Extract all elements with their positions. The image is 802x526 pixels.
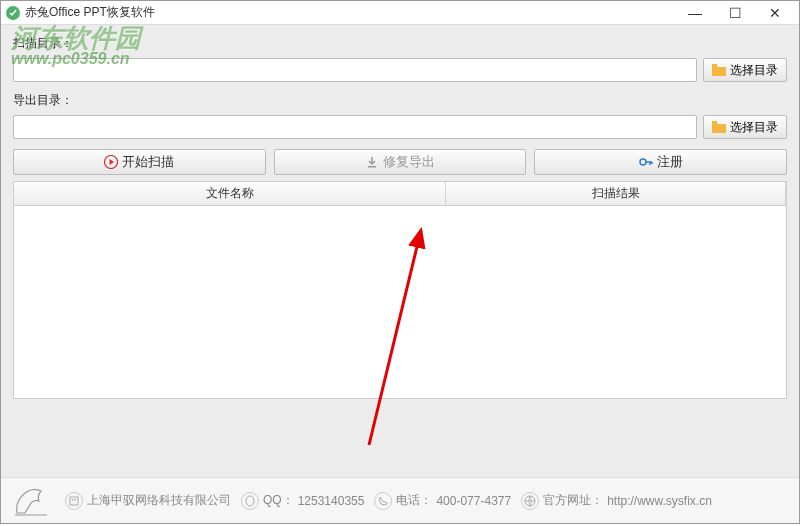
folder-icon [712, 121, 726, 133]
register-label: 注册 [657, 153, 683, 171]
phone-icon [374, 492, 392, 510]
export-dir-input[interactable] [13, 115, 697, 139]
tel-label: 电话： [396, 492, 432, 509]
col-filename[interactable]: 文件名称 [14, 182, 446, 205]
svg-rect-8 [72, 499, 74, 501]
qq-label: QQ： [263, 492, 294, 509]
repair-export-label: 修复导出 [383, 153, 435, 171]
company-name: 上海甲驭网络科技有限公司 [87, 492, 231, 509]
col-result[interactable]: 扫描结果 [446, 182, 786, 205]
window-title: 赤兔Office PPT恢复软件 [25, 4, 675, 21]
svg-rect-9 [75, 499, 77, 501]
app-icon [5, 5, 21, 21]
scan-dir-input[interactable] [13, 58, 697, 82]
browse-label: 选择目录 [730, 62, 778, 79]
export-browse-button[interactable]: 选择目录 [703, 115, 787, 139]
browse-label: 选择目录 [730, 119, 778, 136]
svg-point-10 [246, 496, 254, 506]
register-button[interactable]: 注册 [534, 149, 787, 175]
titlebar: 赤兔Office PPT恢复软件 — ☐ ✕ [1, 1, 799, 25]
maximize-button[interactable]: ☐ [715, 2, 755, 24]
scan-browse-button[interactable]: 选择目录 [703, 58, 787, 82]
qq-value: 1253140355 [298, 494, 365, 508]
start-scan-button[interactable]: 开始扫描 [13, 149, 266, 175]
statusbar: 上海甲驭网络科技有限公司 QQ： 1253140355 电话： 400-077-… [1, 477, 799, 523]
table-body [14, 206, 786, 398]
site-label: 官方网址： [543, 492, 603, 509]
tel-value: 400-077-4377 [436, 494, 511, 508]
export-dir-label: 导出目录： [13, 92, 787, 109]
result-table: 文件名称 扫描结果 [13, 181, 787, 399]
key-icon [639, 155, 653, 169]
globe-icon [521, 492, 539, 510]
horse-logo [11, 483, 51, 519]
minimize-button[interactable]: — [675, 2, 715, 24]
close-button[interactable]: ✕ [755, 2, 795, 24]
play-icon [104, 155, 118, 169]
svg-point-5 [640, 159, 646, 165]
svg-rect-7 [70, 497, 78, 505]
client-area: 河东软件园 www.pc0359.cn 扫描目录： 选择目录 导出目录： 选择目… [1, 25, 799, 477]
folder-icon [712, 64, 726, 76]
qq-icon [241, 492, 259, 510]
building-icon [65, 492, 83, 510]
svg-rect-4 [368, 166, 376, 168]
download-icon [365, 155, 379, 169]
site-value[interactable]: http://www.sysfix.cn [607, 494, 712, 508]
svg-rect-2 [712, 121, 717, 124]
repair-export-button[interactable]: 修复导出 [274, 149, 527, 175]
start-scan-label: 开始扫描 [122, 153, 174, 171]
scan-dir-label: 扫描目录： [13, 35, 787, 52]
table-header: 文件名称 扫描结果 [14, 182, 786, 206]
svg-rect-1 [712, 64, 717, 67]
